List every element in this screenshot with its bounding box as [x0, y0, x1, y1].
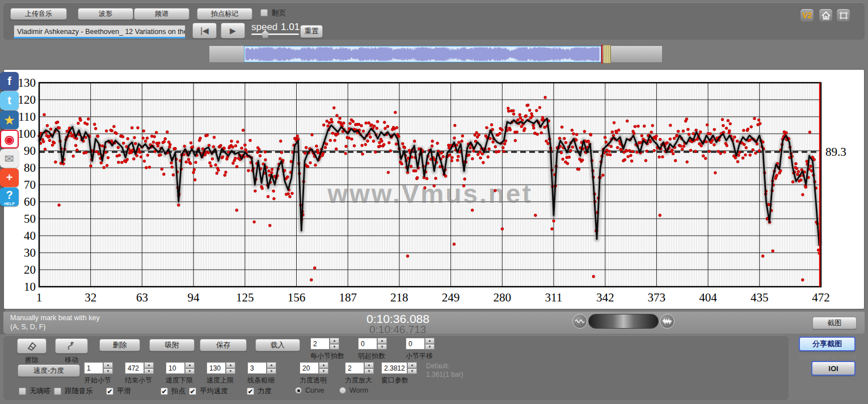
spinner-r1-0-input[interactable]: 2	[310, 338, 330, 350]
spinner-r2-5-down-icon[interactable]: ▼	[319, 368, 328, 375]
spinner-r1-2-down-icon[interactable]: ▼	[425, 344, 435, 350]
spinner-r2-0-up-icon[interactable]: ▲	[103, 362, 113, 368]
weibo-icon[interactable]: ◉	[0, 130, 19, 148]
ioi-button[interactable]: IOI	[811, 361, 856, 376]
spinner-r2-6-down-icon[interactable]: ▼	[364, 368, 374, 375]
waveform-button[interactable]: 波形	[78, 8, 133, 20]
tempo-chart-panel: 1020304050607080901001101201301326394125…	[3, 69, 865, 309]
share-screenshot-button[interactable]: 分享截图	[799, 337, 856, 351]
spinner-r2-0-input[interactable]: 1	[84, 362, 103, 374]
spinner-r2-2-up-icon[interactable]: ▲	[185, 362, 195, 368]
spinner-r2-7-up-icon[interactable]: ▲	[407, 362, 417, 368]
track-title-input[interactable]: Vladimir Ashkenazy - Beethoven_ 12 Varia…	[14, 25, 186, 39]
spinner-r2-1-down-icon[interactable]: ▼	[144, 368, 154, 375]
home-button[interactable]	[819, 8, 833, 22]
social-sidebar: ft★◉✉+?HELP	[0, 72, 19, 206]
waveform-playhead[interactable]	[601, 45, 602, 63]
page-turn-label: 翻页	[272, 8, 286, 18]
spinner-r1-1-down-icon[interactable]: ▼	[377, 344, 387, 350]
share-plus-icon[interactable]: +	[0, 168, 19, 187]
radio-item-curve[interactable]: Curve	[295, 386, 324, 394]
checkbox-item-1[interactable]: 跟随音乐	[54, 386, 93, 396]
spinner-r2-3-input[interactable]: 130	[207, 362, 226, 374]
svg-text:1: 1	[36, 291, 43, 304]
spinner-r2-1-group: 472▲▼结束小节	[125, 362, 154, 385]
spinner-r1-1-up-icon[interactable]: ▲	[377, 338, 387, 344]
spinner-r1-0-down-icon[interactable]: ▼	[330, 344, 339, 350]
svg-text:www.Vmus.net: www.Vmus.net	[327, 179, 532, 209]
checkbox-4[interactable]: ✔	[189, 388, 196, 395]
play-button[interactable]: ▶	[221, 23, 245, 39]
checkbox-item-2[interactable]: ✔平滑	[106, 386, 131, 396]
v2-badge[interactable]: V2	[800, 8, 814, 22]
mail-icon[interactable]: ✉	[0, 149, 19, 168]
checkbox-0[interactable]	[19, 388, 26, 395]
reset-button[interactable]: 重置	[300, 25, 323, 38]
checkbox-2[interactable]: ✔	[106, 388, 113, 395]
spinner-r1-2-label: 小节平移	[406, 351, 435, 361]
save-button[interactable]: 保存	[200, 339, 247, 351]
erase-button[interactable]	[17, 338, 47, 354]
spinner-r2-6-up-icon[interactable]: ▲	[364, 362, 374, 368]
fullscreen-button[interactable]	[836, 8, 850, 22]
radio-item-worm[interactable]: Worm	[339, 386, 368, 394]
move-button[interactable]	[55, 338, 88, 354]
spinner-r2-4-input[interactable]: 3	[247, 362, 267, 374]
twitter-icon[interactable]: t	[0, 91, 19, 110]
spinner-r2-2-down-icon[interactable]: ▼	[185, 368, 195, 375]
spinner-r1-2-input[interactable]: 0	[406, 338, 425, 350]
spinner-r2-5-label: 力度透明	[300, 376, 328, 385]
spinner-r1-1-input[interactable]: 0	[358, 338, 377, 350]
spinner-r1-2-up-icon[interactable]: ▲	[425, 338, 435, 344]
upload-music-button[interactable]: 上传音乐	[10, 8, 67, 20]
skip-back-icon: |◀	[200, 26, 208, 35]
radio-curve[interactable]	[295, 387, 302, 394]
status-bar: Manually mark beat with key (A, S, D, F)…	[3, 312, 865, 334]
spinner-r2-0-down-icon[interactable]: ▼	[103, 368, 113, 375]
checkbox-1[interactable]	[54, 388, 61, 395]
back-to-start-button[interactable]: |◀	[192, 23, 217, 39]
delete-button[interactable]: 删除	[99, 339, 140, 351]
radio-worm[interactable]	[339, 387, 346, 394]
svg-text:70: 70	[24, 178, 36, 192]
beat-marks-button[interactable]: 拍点标记	[197, 8, 252, 20]
spinner-r2-3-group: 130▲▼速度上限	[207, 362, 235, 385]
checkbox-item-3[interactable]: ✔拍点	[161, 386, 186, 396]
spinner-r2-5-input[interactable]: 20	[300, 362, 319, 374]
volume-max-icon[interactable]	[660, 314, 675, 329]
speed-slider[interactable]	[251, 33, 299, 35]
spectrum-button[interactable]: 频谱	[134, 8, 189, 20]
spinner-r2-4-down-icon[interactable]: ▼	[267, 368, 276, 375]
spinner-r2-3-up-icon[interactable]: ▲	[226, 362, 235, 368]
spinner-r2-2-input[interactable]: 10	[166, 362, 185, 374]
tempo-chart[interactable]: 1020304050607080901001101201301326394125…	[4, 70, 865, 310]
help-icon[interactable]: ?HELP	[0, 188, 19, 206]
checkbox-item-4[interactable]: ✔平均速度	[189, 386, 228, 396]
spinner-r2-5-up-icon[interactable]: ▲	[319, 362, 328, 368]
checkbox-3[interactable]: ✔	[161, 388, 168, 395]
snap-button[interactable]: 吸附	[149, 339, 195, 351]
speed-dynamics-mode-button[interactable]: 速度-力度	[18, 364, 80, 377]
checkbox-item-0[interactable]: 无嘀嗒	[19, 386, 51, 396]
spinner-r1-0-up-icon[interactable]: ▲	[330, 338, 339, 344]
spinner-r2-7-down-icon[interactable]: ▼	[407, 368, 417, 375]
waveform-overview[interactable]	[244, 46, 601, 62]
spinner-r2-7-input[interactable]: 2.3812	[381, 362, 407, 374]
screenshot-button[interactable]: 截图	[812, 317, 857, 329]
spinner-r2-1-input[interactable]: 472	[125, 362, 144, 374]
spinner-r2-4-up-icon[interactable]: ▲	[267, 362, 276, 368]
spinner-r2-6-input[interactable]: 2	[345, 362, 364, 374]
spinner-r2-1-up-icon[interactable]: ▲	[144, 362, 154, 368]
qzone-star-icon[interactable]: ★	[0, 110, 19, 129]
checkbox-5[interactable]: ✔	[247, 388, 254, 395]
facebook-icon[interactable]: f	[0, 72, 19, 91]
svg-text:404: 404	[699, 291, 717, 304]
checkbox-item-5[interactable]: ✔力度	[247, 386, 272, 396]
load-button[interactable]: 载入	[255, 339, 300, 351]
page-turn-checkbox[interactable]	[260, 9, 268, 16]
svg-text:50: 50	[24, 212, 36, 226]
spinner-r1-0-label: 每小节拍数	[310, 351, 344, 361]
volume-min-icon[interactable]	[572, 314, 587, 329]
spinner-r2-3-down-icon[interactable]: ▼	[226, 368, 235, 375]
volume-slider[interactable]	[588, 314, 659, 329]
